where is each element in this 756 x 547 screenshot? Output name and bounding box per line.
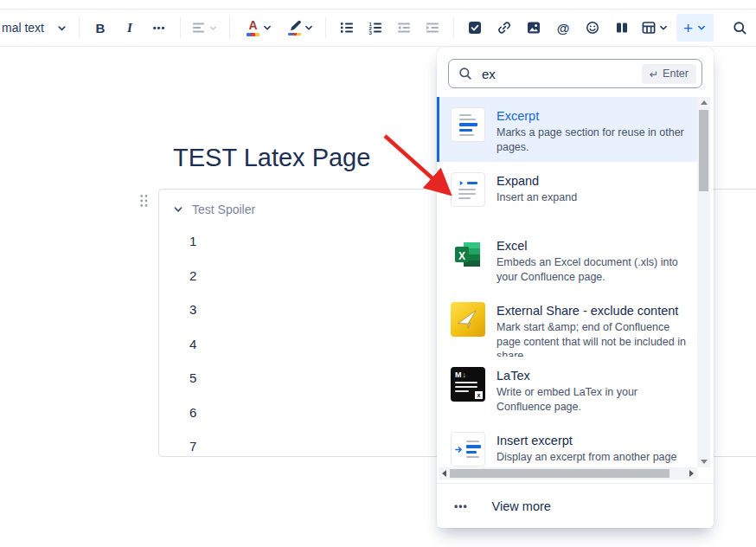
chevron-down-icon [208, 23, 218, 33]
table-button[interactable] [639, 14, 671, 42]
chevron-down-icon [262, 23, 272, 33]
menu-item-external-share[interactable]: External Share - exclude content Mark st… [437, 292, 697, 357]
menu-item-description: Embeds an Excel document (.xls) into you… [497, 255, 690, 284]
link-button[interactable] [492, 14, 516, 42]
menu-item-description: Write or embed LaTex in your Confluence … [497, 385, 690, 414]
chevron-down-icon [658, 23, 669, 33]
enter-hint-badge: ↵ Enter [642, 64, 696, 84]
highlight-color-button[interactable] [285, 14, 317, 42]
latex-markdown-icon: M↓ x [451, 367, 485, 402]
emoji-button[interactable] [580, 14, 605, 42]
align-left-icon [192, 21, 206, 35]
menu-results-list: Excerpt Marks a page section for reuse i… [437, 97, 697, 467]
task-list-button[interactable] [463, 14, 487, 42]
task-checkbox-icon [468, 21, 482, 35]
menu-item-excel[interactable]: X Excel Embeds an Excel document (.xls) … [437, 227, 697, 292]
menu-item-title: LaTex [497, 369, 690, 383]
image-button[interactable] [522, 14, 546, 42]
insert-excerpt-icon [451, 432, 485, 467]
highlighter-icon [288, 20, 301, 36]
columns-layout-icon [615, 21, 629, 35]
alignment-button[interactable] [189, 14, 221, 42]
paper-plane-icon [451, 302, 485, 337]
indent-button[interactable] [420, 14, 445, 42]
ellipsis-icon: ••• [454, 500, 468, 512]
menu-item-description: Insert an expand [497, 190, 690, 205]
toolbar-separator [325, 17, 326, 38]
outdent-icon [397, 21, 411, 35]
chevron-down-icon [696, 23, 707, 33]
bold-button[interactable]: B [88, 14, 112, 42]
vertical-scrollbar-thumb[interactable] [699, 110, 708, 191]
menu-item-description: Display an excerpt from another page [497, 450, 690, 465]
emoji-icon [586, 21, 599, 35]
scroll-down-arrow[interactable] [697, 456, 710, 467]
search-icon [458, 67, 472, 80]
chevron-down-icon [304, 23, 314, 33]
numbered-list-icon: 123 [368, 21, 382, 35]
insert-menu-panel: ↵ Enter Excerpt Marks a page section for… [437, 48, 714, 528]
toolbar-separator [453, 17, 454, 38]
menu-item-expand[interactable]: Expand Insert an expand [437, 162, 697, 227]
more-formatting-button[interactable]: ••• [147, 14, 171, 42]
menu-search-box[interactable]: ↵ Enter [448, 59, 702, 88]
find-replace-button[interactable] [727, 14, 752, 42]
vertical-scrollbar[interactable] [697, 97, 710, 467]
menu-search-input[interactable] [480, 66, 634, 82]
table-icon [642, 21, 656, 35]
drag-handle-icon [139, 194, 149, 208]
svg-text:X: X [458, 250, 465, 262]
drag-handle[interactable] [139, 194, 149, 211]
horizontal-scrollbar-thumb[interactable] [450, 469, 670, 478]
menu-item-title: Insert excerpt [497, 434, 690, 447]
scroll-left-arrow[interactable] [439, 467, 450, 479]
chevron-down-icon[interactable] [172, 203, 184, 216]
bullet-list-button[interactable] [335, 14, 359, 42]
menu-item-insert-excerpt[interactable]: Insert excerpt Display an excerpt from a… [437, 422, 697, 467]
mention-button[interactable]: @ [551, 14, 575, 42]
outdent-button[interactable] [392, 14, 416, 42]
insert-elements-button[interactable]: + [676, 14, 714, 42]
return-icon: ↵ [650, 68, 658, 80]
toolbar-separator [79, 17, 80, 38]
view-more-button[interactable]: ••• View more [437, 483, 714, 528]
expand-macro-icon [451, 172, 485, 207]
chevron-down-icon [56, 23, 67, 34]
editor-toolbar: mal text B I ••• A 123 [0, 9, 756, 47]
menu-item-title: External Share - exclude content [497, 304, 690, 318]
scroll-up-arrow[interactable] [697, 97, 710, 108]
text-style-dropdown[interactable]: mal text [0, 14, 70, 42]
numbered-list-button[interactable]: 123 [363, 14, 388, 42]
menu-item-excerpt[interactable]: Excerpt Marks a page section for reuse i… [437, 97, 697, 162]
excerpt-icon [451, 107, 485, 142]
link-icon [497, 21, 511, 35]
menu-item-latex[interactable]: M↓ x LaTex Write or embed LaTex in your … [437, 357, 697, 422]
toolbar-separator [180, 17, 181, 38]
indent-icon [426, 21, 439, 35]
text-color-icon: A [247, 19, 259, 36]
svg-text:3: 3 [368, 30, 372, 35]
toolbar-separator [229, 17, 230, 38]
page-title: TEST Latex Page [173, 144, 370, 172]
text-style-label: mal text [2, 21, 44, 35]
image-icon [527, 21, 541, 35]
plus-icon: + [683, 20, 693, 36]
italic-button[interactable]: I [118, 14, 142, 42]
scroll-right-arrow[interactable] [686, 467, 697, 479]
search-icon [733, 21, 747, 35]
text-color-button[interactable]: A [244, 14, 275, 42]
layout-button[interactable] [610, 14, 634, 42]
horizontal-scrollbar[interactable] [439, 467, 697, 479]
bullet-list-icon [340, 21, 354, 35]
excel-icon: X [451, 237, 485, 272]
menu-item-title: Excerpt [497, 109, 690, 123]
menu-item-description: Marks a page section for reuse in other … [497, 125, 690, 154]
expand-title: Test Spoiler [192, 203, 255, 216]
menu-item-title: Expand [497, 174, 690, 188]
menu-item-title: Excel [497, 239, 690, 253]
